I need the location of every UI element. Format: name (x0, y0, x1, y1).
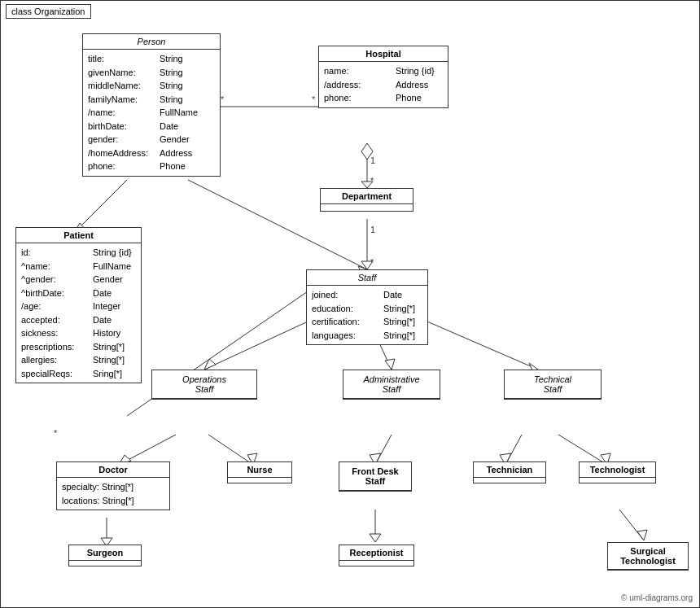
svg-marker-37 (637, 530, 647, 540)
svg-text:1: 1 (370, 155, 375, 165)
technician-header: Technician (474, 462, 545, 478)
svg-line-30 (558, 435, 607, 465)
diagram-container: class Organization * * 1 * 1 * (0, 0, 700, 608)
class-department: Department (320, 188, 413, 212)
svg-text:1: 1 (370, 225, 375, 234)
class-person: Person title:String givenName:String mid… (82, 33, 221, 177)
doctor-body: specialty: String[*] locations: String[*… (57, 478, 169, 510)
doctor-header: Doctor (57, 462, 169, 478)
class-receptionist: Receptionist (339, 545, 414, 566)
class-technician: Technician (473, 461, 546, 483)
patient-body: id:String {id} ^name:FullName ^gender:Ge… (16, 243, 141, 383)
technician-body (474, 478, 545, 483)
svg-text:*: * (370, 176, 374, 186)
receptionist-header: Receptionist (339, 545, 413, 561)
svg-line-36 (619, 510, 644, 540)
svg-line-24 (208, 435, 253, 465)
class-surgical-technologist: SurgicalTechnologist (607, 542, 689, 571)
administrative-staff-header: AdministrativeStaff (343, 370, 440, 399)
department-body (321, 204, 413, 211)
class-technologist: Technologist (579, 461, 656, 483)
surgeon-body (69, 561, 141, 566)
hospital-header: Hospital (319, 46, 448, 62)
svg-marker-35 (370, 534, 381, 542)
department-header: Department (321, 189, 413, 204)
svg-marker-5 (361, 182, 373, 188)
surgical-technologist-header: SurgicalTechnologist (608, 543, 688, 570)
class-patient: Patient id:String {id} ^name:FullName ^g… (15, 227, 142, 383)
svg-line-12 (74, 180, 127, 233)
class-front-desk-staff: Front DeskStaff (339, 461, 412, 492)
surgeon-header: Surgeon (69, 545, 141, 561)
class-administrative-staff: AdministrativeStaff (343, 370, 440, 400)
front-desk-staff-header: Front DeskStaff (339, 462, 411, 491)
svg-text:*: * (370, 257, 374, 267)
svg-line-16 (204, 317, 318, 370)
class-surgeon: Surgeon (68, 545, 142, 566)
svg-marker-9 (361, 261, 373, 269)
class-technical-staff: TechnicalStaff (504, 370, 602, 400)
patient-header: Patient (16, 228, 141, 243)
hospital-body: name:String {id} /address:Address phone:… (319, 62, 448, 107)
technical-staff-header: TechnicalStaff (505, 370, 601, 399)
class-nurse: Nurse (227, 461, 292, 483)
nurse-header: Nurse (228, 462, 291, 478)
diagram-title: class Organization (6, 4, 91, 19)
svg-marker-19 (385, 359, 395, 370)
svg-marker-4 (361, 143, 373, 160)
svg-text:*: * (312, 94, 316, 104)
class-staff: Staff joined:Date education:String[*] ce… (306, 269, 428, 345)
class-doctor: Doctor specialty: String[*] locations: S… (56, 461, 170, 510)
svg-line-20 (416, 317, 538, 370)
svg-marker-17 (204, 359, 216, 370)
operations-staff-header: OperationsStaff (152, 370, 256, 399)
person-body: title:String givenName:String middleName… (83, 50, 220, 176)
class-hospital: Hospital name:String {id} /address:Addre… (318, 46, 448, 108)
receptionist-body (339, 561, 413, 566)
technologist-header: Technologist (580, 462, 655, 478)
svg-text:*: * (54, 428, 58, 438)
svg-line-26 (375, 435, 392, 465)
staff-header: Staff (307, 270, 427, 286)
svg-text:*: * (221, 94, 225, 104)
person-header: Person (83, 34, 220, 50)
nurse-body (228, 478, 291, 483)
technologist-body (580, 478, 655, 483)
copyright: © uml-diagrams.org (621, 593, 693, 602)
class-operations-staff: OperationsStaff (151, 370, 257, 400)
staff-body: joined:Date education:String[*] certific… (307, 286, 427, 344)
svg-line-22 (119, 435, 176, 465)
svg-line-28 (505, 435, 522, 465)
